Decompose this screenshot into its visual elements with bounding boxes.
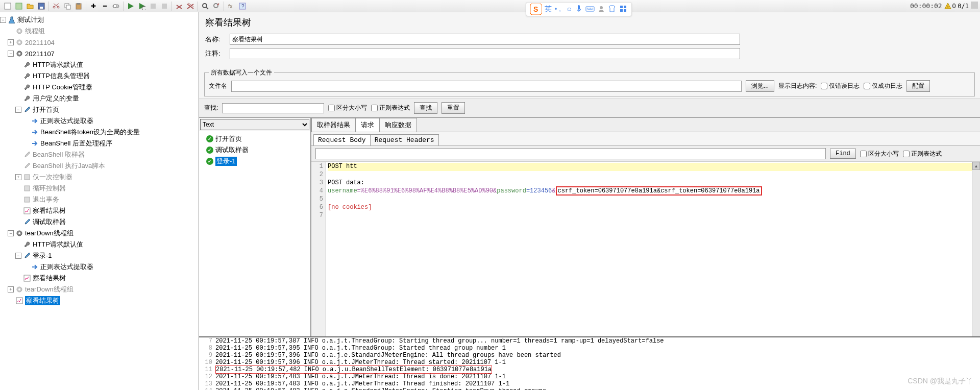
template-icon[interactable] <box>14 1 24 11</box>
subtab-1[interactable]: Request Headers <box>370 134 439 145</box>
tree-toggle-icon[interactable]: − <box>8 230 14 236</box>
svg-rect-23 <box>586 7 594 11</box>
code-scrollbar[interactable]: ▲ <box>972 162 980 336</box>
tree-toggle-icon[interactable]: + <box>15 174 21 180</box>
tree-toggle-icon[interactable]: − <box>15 107 21 113</box>
tree-node[interactable]: −tearDown线程组 <box>0 228 199 239</box>
tree-node[interactable]: 察看结果树 <box>0 295 199 306</box>
tree-node[interactable]: BeanShell 执行Java脚本 <box>0 160 199 172</box>
tree-node[interactable]: 正则表达式提取器 <box>0 261 199 273</box>
ime-toolbar[interactable]: S 英 •， ☺ <box>526 2 632 16</box>
ime-emoji-icon[interactable]: ☺ <box>566 6 572 13</box>
config-button[interactable]: 配置 <box>906 80 930 92</box>
renderer-select[interactable]: Text <box>200 119 309 130</box>
tab-2[interactable]: 响应数据 <box>379 118 417 132</box>
tree-node[interactable]: BeanShell 取样器 <box>0 149 199 160</box>
svg-rect-26 <box>624 6 626 8</box>
clear-icon[interactable] <box>174 1 184 11</box>
ime-lang[interactable]: 英 <box>545 5 552 14</box>
run-icon[interactable] <box>126 1 136 11</box>
tree-node[interactable]: −测试计划 <box>0 14 199 26</box>
tree-node[interactable]: HTTP Cookie管理器 <box>0 82 199 93</box>
find-regex-checkbox[interactable]: 正则表达式 <box>903 150 942 158</box>
save-icon[interactable] <box>36 1 46 11</box>
tree-node[interactable]: 正则表达式提取器 <box>0 115 199 127</box>
tree-node[interactable]: +20211104 <box>0 37 199 48</box>
tree-toggle-icon[interactable]: + <box>8 286 14 292</box>
sample-item[interactable]: ✓打开首页 <box>201 133 308 144</box>
stop-icon[interactable] <box>148 1 158 11</box>
tree-toggle-icon[interactable]: − <box>0 17 6 23</box>
find-case-checkbox[interactable]: 区分大小写 <box>860 150 899 158</box>
tree-node[interactable]: −登录-1 <box>0 250 199 261</box>
expand-icon[interactable]: ✚ <box>88 1 99 11</box>
search-input[interactable] <box>222 103 324 113</box>
regex-checkbox[interactable]: 正则表达式 <box>371 104 410 112</box>
tree-node[interactable]: −打开首页 <box>0 104 199 115</box>
sample-tree[interactable]: ✓打开首页✓调试取样器✓登录-1 <box>199 131 310 336</box>
only-error-checkbox[interactable]: 仅错误日志 <box>821 82 860 90</box>
tree-node[interactable]: 线程组 <box>0 26 199 37</box>
search-button[interactable]: 查找 <box>414 102 437 114</box>
browse-button[interactable]: 浏览... <box>746 80 774 92</box>
tree-node[interactable]: HTTP信息头管理器 <box>0 70 199 82</box>
tree-node[interactable]: HTTP请求默认值 <box>0 59 199 70</box>
sogou-icon[interactable]: S <box>530 4 542 15</box>
tree-node[interactable]: 察看结果树 <box>0 273 199 284</box>
tree-node[interactable]: +tearDown线程组 <box>0 284 199 295</box>
find-input[interactable] <box>315 148 826 159</box>
tree-toggle-icon[interactable]: − <box>8 51 14 57</box>
tree-node[interactable]: 循环控制器 <box>0 183 199 194</box>
file-input[interactable] <box>231 81 742 92</box>
sample-item[interactable]: ✓调试取样器 <box>201 144 308 156</box>
help-icon[interactable]: ? <box>237 1 248 11</box>
func-icon[interactable]: fx <box>226 1 236 11</box>
test-plan-tree[interactable]: −测试计划线程组+20211104−20211107HTTP请求默认值HTTP信… <box>0 12 199 390</box>
tree-node[interactable]: 调试取样器 <box>0 216 199 228</box>
shutdown-icon[interactable] <box>159 1 169 11</box>
log-panel[interactable]: 72021-11-25 00:19:57,387 INFO o.a.j.t.Th… <box>199 336 980 390</box>
request-body-view[interactable]: 1234567 POST htt redacted redacted redac… <box>311 162 980 336</box>
tree-node[interactable]: +仅一次控制器 <box>0 172 199 183</box>
file-label: 文件名 <box>209 82 227 90</box>
tree-toggle-icon[interactable]: + <box>8 39 14 45</box>
tree-node[interactable]: 退出事务 <box>0 194 199 205</box>
reset-button[interactable]: 重置 <box>442 102 465 114</box>
copy-icon[interactable] <box>62 1 72 11</box>
open-icon[interactable] <box>25 1 35 11</box>
paste-icon[interactable] <box>74 1 84 11</box>
case-checkbox[interactable]: 区分大小写 <box>328 104 367 112</box>
find-button[interactable]: Find <box>830 149 856 159</box>
toggle-icon[interactable] <box>111 1 121 11</box>
search-tb-icon[interactable] <box>200 1 210 11</box>
tree-toggle-icon[interactable]: − <box>15 253 21 259</box>
comment-input[interactable] <box>230 48 740 59</box>
scroll-up-icon[interactable]: ▲ <box>972 162 980 170</box>
subtab-0[interactable]: Request Body <box>313 134 371 145</box>
warning-badge[interactable]: ! 0 <box>944 3 956 10</box>
tree-node[interactable]: BeanShell将token设为全局的变量 <box>0 127 199 138</box>
tree-node[interactable]: 用户定义的变量 <box>0 93 199 104</box>
tree-node[interactable]: HTTP请求默认值 <box>0 239 199 250</box>
clear-all-icon[interactable] <box>185 1 195 11</box>
reset-search-icon[interactable] <box>211 1 222 11</box>
run-loop-icon[interactable] <box>137 1 147 11</box>
ime-keyboard-icon[interactable] <box>585 5 595 14</box>
tree-node[interactable]: −20211107 <box>0 48 199 59</box>
ime-skin-icon[interactable] <box>608 5 616 14</box>
tab-0[interactable]: 取样器结果 <box>311 118 356 132</box>
log-line: 92021-11-25 00:19:57,396 INFO o.a.j.e.St… <box>201 352 978 359</box>
collapse-icon[interactable]: ━ <box>100 1 110 11</box>
name-input[interactable] <box>230 34 740 45</box>
ime-punct-icon[interactable]: •， <box>555 5 563 14</box>
ime-voice-icon[interactable] <box>575 5 582 14</box>
only-success-checkbox[interactable]: 仅成功日志 <box>864 82 902 90</box>
cut-icon[interactable] <box>51 1 61 11</box>
sample-item[interactable]: ✓登录-1 <box>201 156 308 167</box>
new-icon[interactable] <box>3 1 13 11</box>
tree-node[interactable]: 察看结果树 <box>0 205 199 216</box>
ime-user-icon[interactable] <box>598 5 605 14</box>
tree-node[interactable]: BeanShell 后置处理程序 <box>0 138 199 149</box>
tab-1[interactable]: 请求 <box>355 118 380 132</box>
ime-tool-icon[interactable] <box>619 5 627 14</box>
